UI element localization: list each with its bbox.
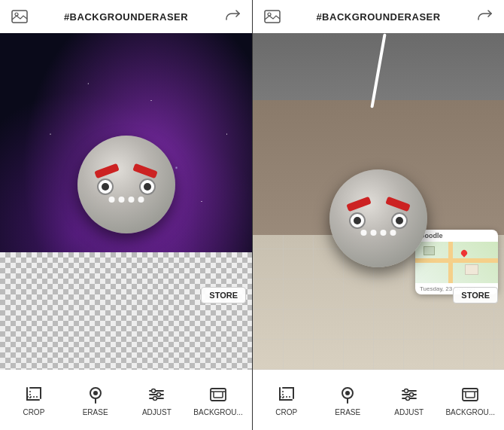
erase-icon-right [337,384,358,405]
led-r4 [390,230,396,236]
led-r2 [371,230,377,236]
left-speaker-face [77,136,175,233]
svg-point-22 [345,391,350,395]
right-eyebrow-right [385,197,410,212]
svg-point-27 [404,389,408,392]
right-header: #BACKGROUNDERASER [253,0,504,33]
led-3 [128,197,134,203]
background-icon-left [208,384,229,405]
map-road-vertical [448,242,453,283]
left-leds [108,197,144,203]
left-adjust-label: ADJUST [142,408,172,416]
map-card-title: Doodle [415,230,498,242]
left-speaker [77,136,175,233]
adjust-icon-right [399,384,420,405]
svg-point-10 [152,389,156,392]
svg-rect-30 [463,389,478,401]
svg-point-12 [153,396,157,400]
image-icon-right[interactable] [262,6,283,27]
share-icon-right[interactable] [474,6,495,27]
right-title: #BACKGROUNDERASER [316,11,440,23]
left-eyebrow-left [94,163,119,178]
left-eye-left [97,178,114,195]
right-speaker-container [329,169,427,267]
led-r3 [381,230,387,236]
led-r1 [361,230,367,236]
right-toolbar-background[interactable]: BACKGROU... [440,384,502,416]
right-eye-left [349,212,366,229]
map-pin [460,249,468,257]
right-adjust-label: ADJUST [394,408,424,416]
left-title: #BACKGROUNDERASER [64,11,188,23]
svg-rect-13 [211,389,226,401]
left-panel: #BACKGROUNDERASER [0,0,252,430]
background-icon-right [460,384,481,405]
right-background-label: BACKGROU... [445,408,495,416]
left-toolbar-background[interactable]: BACKGROU... [187,384,249,416]
right-toolbar: CROP ERASE [253,370,504,430]
right-speaker [329,169,427,267]
right-crop-label: CROP [275,408,297,416]
led-4 [138,197,144,203]
right-toolbar-crop[interactable]: CROP [256,384,317,416]
left-toolbar-crop[interactable]: CROP [3,384,65,416]
left-eye-right [139,178,156,195]
svg-rect-31 [466,392,475,398]
map-preview [415,242,498,283]
adjust-icon-left [146,384,167,405]
right-leds [361,230,396,236]
map-card: Doodle Tuesday, 23 October [415,230,498,294]
right-store-button[interactable]: STORE [453,287,498,303]
right-panel: #BACKGROUNDERASER [252,0,504,430]
left-crop-label: CROP [23,408,44,416]
right-toolbar-erase[interactable]: ERASE [317,384,379,416]
svg-rect-14 [214,392,223,398]
left-toolbar-erase[interactable]: ERASE [65,384,126,416]
left-speaker-container [77,136,175,233]
right-erase-label: ERASE [335,408,360,416]
left-toolbar: CROP ERASE [0,370,252,430]
svg-point-11 [157,392,161,396]
svg-point-29 [405,396,409,400]
led-2 [118,197,124,203]
map-road-horizontal [415,258,498,263]
share-icon-left[interactable] [222,6,243,27]
crop-icon-right [276,384,297,405]
left-toolbar-adjust[interactable]: ADJUST [126,384,188,416]
crop-icon-left [23,384,44,405]
left-background-label: BACKGROU... [193,408,243,416]
right-canvas: Doodle Tuesday, 23 October STORE [253,33,504,370]
left-erase-label: ERASE [83,408,108,416]
erase-icon-left [85,384,106,405]
svg-point-5 [93,391,98,395]
svg-point-28 [409,392,413,396]
right-eyebrow-left [347,197,372,212]
left-header: #BACKGROUNDERASER [0,0,252,33]
led-1 [108,197,114,203]
image-icon-left[interactable] [9,6,30,27]
right-eye-right [391,212,408,229]
right-toolbar-adjust[interactable]: ADJUST [378,384,440,416]
right-speaker-face [329,169,427,267]
left-store-button[interactable]: STORE [201,287,246,303]
left-eyebrow-right [132,163,157,178]
left-canvas: STORE [0,33,252,370]
